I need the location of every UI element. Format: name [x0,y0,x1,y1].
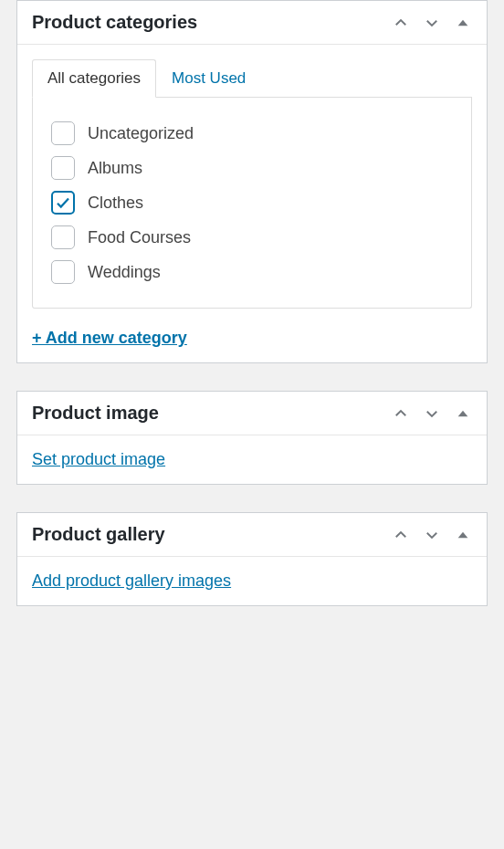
category-tabs: All categories Most Used [32,59,472,98]
move-down-icon[interactable] [423,14,441,32]
move-up-icon[interactable] [392,526,410,544]
metabox-controls [392,14,472,32]
metabox-title: Product image [32,403,159,424]
product-categories-metabox: Product categories All categories Most U… [16,0,488,363]
metabox-controls [392,404,472,423]
collapse-toggle-icon[interactable] [454,404,472,423]
category-item: Weddings [47,255,457,289]
svg-marker-0 [458,19,468,26]
category-checkbox-food-courses[interactable] [51,225,75,249]
add-gallery-images-link[interactable]: Add product gallery images [32,571,231,590]
category-label: Food Courses [88,228,191,247]
move-down-icon[interactable] [423,404,441,423]
metabox-header: Product gallery [17,513,487,557]
metabox-header: Product image [17,392,487,435]
category-item: Clothes [47,185,457,220]
tab-most-used[interactable]: Most Used [156,59,261,98]
move-up-icon[interactable] [392,404,410,423]
svg-marker-2 [458,531,468,538]
move-up-icon[interactable] [392,14,410,32]
collapse-toggle-icon[interactable] [454,526,472,544]
product-gallery-metabox: Product gallery Add product gallery imag… [16,512,488,606]
set-product-image-link[interactable]: Set product image [32,450,165,468]
collapse-toggle-icon[interactable] [454,14,472,32]
category-item: Food Courses [47,220,457,255]
category-checkbox-albums[interactable] [51,156,75,180]
metabox-controls [392,526,472,544]
tab-all-categories[interactable]: All categories [32,59,156,98]
product-image-metabox: Product image Set product image [16,391,488,485]
metabox-body: Add product gallery images [17,557,487,605]
metabox-body: Set product image [17,435,487,484]
category-checkbox-weddings[interactable] [51,260,75,284]
category-checkbox-uncategorized[interactable] [51,121,75,145]
category-label: Clothes [88,194,143,213]
add-new-category-link[interactable]: + Add new category [32,329,187,348]
metabox-title: Product gallery [32,524,165,545]
category-label: Albums [88,159,142,178]
metabox-body: All categories Most Used Uncategorized A… [17,45,487,362]
metabox-header: Product categories [17,1,487,45]
category-item: Uncategorized [47,116,457,151]
category-label: Uncategorized [88,124,194,143]
metabox-title: Product categories [32,12,197,33]
svg-marker-1 [458,410,468,416]
category-item: Albums [47,151,457,185]
category-checkbox-clothes[interactable] [51,191,75,215]
category-label: Weddings [88,263,161,282]
move-down-icon[interactable] [423,526,441,544]
category-list-panel: Uncategorized Albums Clothes Food Course… [32,98,472,309]
